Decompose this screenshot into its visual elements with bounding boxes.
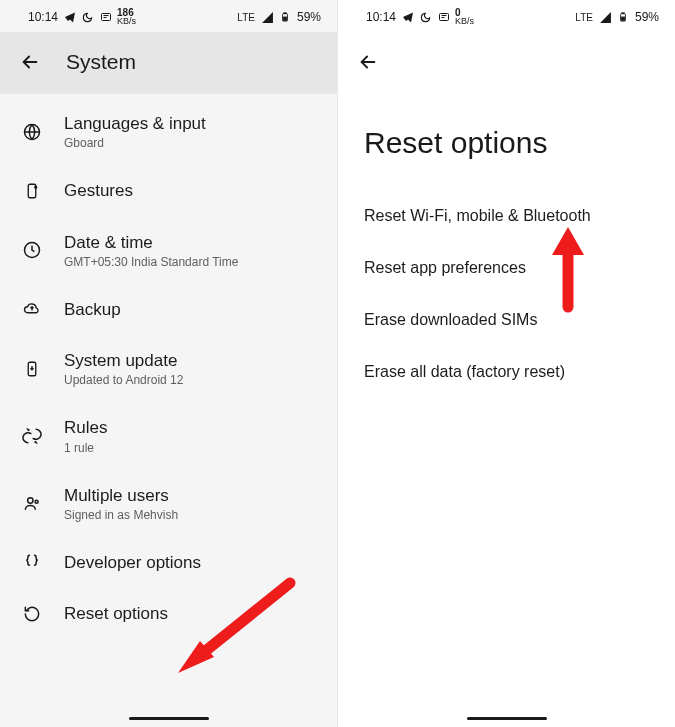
nav-pill[interactable]: [467, 717, 547, 720]
row-label: System update: [64, 350, 319, 371]
option-erase-sims[interactable]: Erase downloaded SIMs: [338, 294, 675, 346]
message-icon: [99, 11, 112, 24]
globe-icon: [22, 122, 42, 142]
row-developer-options[interactable]: Developer options: [0, 537, 337, 588]
row-sub: 1 rule: [64, 441, 319, 455]
reset-options-list: Reset options Reset Wi-Fi, mobile & Blue…: [338, 74, 675, 727]
users-icon: [22, 493, 42, 513]
telegram-icon: [401, 11, 414, 24]
row-languages[interactable]: Languages & input Gboard: [0, 98, 337, 165]
system-update-icon: [22, 359, 42, 379]
row-sub: Gboard: [64, 136, 319, 150]
row-system-update[interactable]: System update Updated to Android 12: [0, 335, 337, 402]
row-gestures[interactable]: Gestures: [0, 165, 337, 216]
phone-reset-options: 10:14 0 KB/s LTE 59%: [338, 0, 675, 727]
network-speed: 0 KB/s: [455, 8, 474, 26]
svg-point-10: [35, 500, 38, 503]
app-bar: [338, 32, 675, 74]
network-speed: 186 KB/s: [117, 8, 136, 26]
row-sub: Updated to Android 12: [64, 373, 319, 387]
settings-list: Languages & input Gboard Gestures Date &…: [0, 94, 337, 727]
message-icon: [437, 11, 450, 24]
row-label: Backup: [64, 299, 319, 320]
status-bar: 10:14 0 KB/s LTE 59%: [338, 0, 675, 32]
row-label: Developer options: [64, 552, 319, 573]
cloud-upload-icon: [22, 299, 42, 319]
signal-icon: [599, 11, 612, 24]
status-time: 10:14: [28, 10, 58, 24]
status-bar: 10:14 186 KB/s LTE 59%: [0, 0, 337, 32]
nav-pill[interactable]: [129, 717, 209, 720]
battery-percent: 59%: [297, 10, 321, 24]
svg-point-6: [35, 186, 37, 188]
row-sub: GMT+05:30 India Standard Time: [64, 255, 319, 269]
svg-point-9: [28, 498, 33, 503]
moon-icon: [81, 11, 94, 24]
option-factory-reset[interactable]: Erase all data (factory reset): [338, 346, 675, 398]
row-label: Gestures: [64, 180, 319, 201]
phone-system-settings: 10:14 186 KB/s LTE 59%: [0, 0, 337, 727]
svg-rect-2: [284, 13, 287, 14]
option-reset-app-prefs[interactable]: Reset app preferences: [338, 242, 675, 294]
battery-percent: 59%: [635, 10, 659, 24]
row-sub: Signed in as Mehvish: [64, 508, 319, 522]
svg-rect-14: [622, 17, 625, 20]
row-label: Rules: [64, 417, 319, 438]
battery-icon: [617, 11, 630, 24]
back-icon[interactable]: [18, 50, 42, 74]
rules-icon: [22, 426, 42, 446]
row-rules[interactable]: Rules 1 rule: [0, 402, 337, 469]
row-datetime[interactable]: Date & time GMT+05:30 India Standard Tim…: [0, 217, 337, 284]
row-label: Date & time: [64, 232, 319, 253]
row-multiple-users[interactable]: Multiple users Signed in as Mehvish: [0, 470, 337, 537]
telegram-icon: [63, 11, 76, 24]
row-reset-options[interactable]: Reset options: [0, 588, 337, 639]
row-backup[interactable]: Backup: [0, 284, 337, 335]
network-label: LTE: [237, 12, 255, 23]
network-label: LTE: [575, 12, 593, 23]
signal-icon: [261, 11, 274, 24]
clock-icon: [22, 240, 42, 260]
row-label: Multiple users: [64, 485, 319, 506]
moon-icon: [419, 11, 432, 24]
phone-gesture-icon: [22, 181, 42, 201]
braces-icon: [22, 552, 42, 572]
status-time: 10:14: [366, 10, 396, 24]
option-reset-network[interactable]: Reset Wi-Fi, mobile & Bluetooth: [338, 190, 675, 242]
reset-icon: [22, 604, 42, 624]
header-title: System: [66, 50, 136, 74]
app-bar: System: [0, 32, 337, 94]
row-label: Reset options: [64, 603, 319, 624]
row-label: Languages & input: [64, 113, 319, 134]
svg-rect-3: [284, 17, 287, 20]
page-title: Reset options: [338, 78, 675, 190]
back-icon[interactable]: [356, 50, 380, 74]
svg-rect-13: [622, 13, 625, 14]
battery-icon: [279, 11, 292, 24]
